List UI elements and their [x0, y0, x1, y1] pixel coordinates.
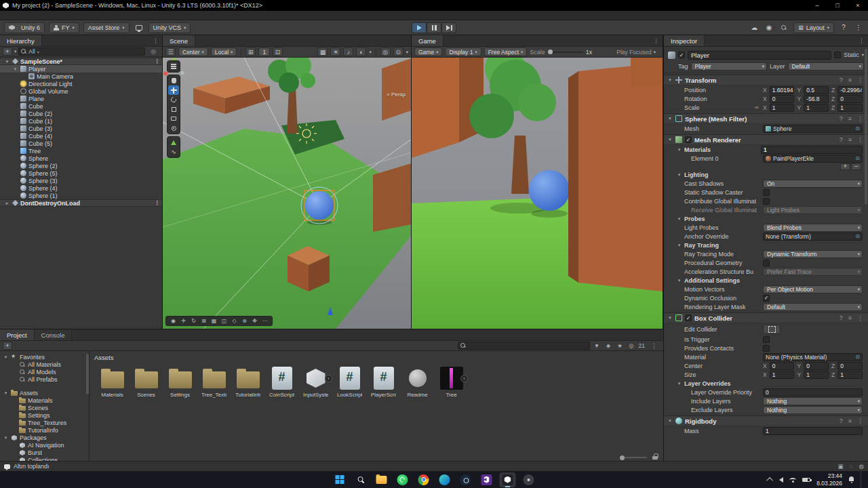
perspective-label[interactable]: < Persp	[387, 92, 406, 98]
hierarchy-row[interactable]: SampleScene* ⋮	[0, 58, 162, 65]
object-picker-icon[interactable]: ⊙	[855, 155, 860, 161]
center-x-field[interactable]: 0	[770, 362, 795, 370]
foldout-icon[interactable]: ▾	[667, 116, 673, 121]
project-tree-row[interactable]: Burst	[0, 449, 89, 456]
hierarchy-row[interactable]: Global Volume ⋮	[0, 87, 162, 95]
project-tree-row[interactable]: Packages	[0, 434, 89, 441]
file-explorer-icon[interactable]	[374, 472, 390, 487]
unity-app-icon[interactable]	[500, 472, 516, 487]
object-picker-icon[interactable]: ⊙	[855, 125, 860, 131]
help-icon[interactable]: ?	[838, 115, 844, 122]
motion-vectors-dropdown[interactable]: Per Object Motion	[763, 285, 863, 293]
whatsapp-icon[interactable]	[395, 472, 411, 487]
console-message-icon[interactable]	[4, 464, 10, 469]
asset-item[interactable]: › Readme	[405, 366, 430, 398]
help-icon[interactable]: ?	[838, 22, 849, 33]
ray-tracing-foldout[interactable]: ▾Ray Tracing	[664, 241, 868, 249]
close-button[interactable]: ×	[848, 0, 868, 11]
move-overlay-icon[interactable]: ✛	[179, 317, 188, 325]
ray-tracing-mode-dropdown[interactable]: Dynamic Transform	[763, 250, 863, 258]
hidden-icons-chevron[interactable]	[766, 477, 773, 484]
procedural-geometry-checkbox[interactable]	[763, 260, 770, 266]
rotation-z-field[interactable]: 0	[837, 95, 863, 103]
menu-item[interactable]	[18, 11, 26, 20]
taskbar-app-icon-1[interactable]	[458, 472, 474, 487]
box-collider-header[interactable]: ▾ Box Collider ? ≡ ⋮	[664, 312, 868, 323]
play-focused-dropdown[interactable]: Play Focused▾	[612, 47, 660, 56]
hierarchy-row[interactable]: Cube ⋮	[0, 102, 162, 110]
unity-vcs-dropdown[interactable]: Unity VCS ▾	[149, 22, 191, 33]
battery-icon[interactable]	[802, 478, 810, 482]
show-desktop-button[interactable]	[861, 471, 863, 488]
object-picker-icon[interactable]: ⊙	[855, 354, 860, 360]
asset-store-dropdown[interactable]: Asset Store ▾	[83, 22, 130, 33]
view-tool-icon[interactable]	[168, 76, 179, 85]
asset-item[interactable]: › InputSyste...	[303, 366, 328, 398]
remove-material-button[interactable]: −	[851, 163, 861, 170]
component-menu-icon[interactable]: ⋮	[856, 115, 865, 122]
contribute-gi-checkbox[interactable]	[763, 198, 770, 205]
layer-dropdown[interactable]: Default	[788, 62, 864, 70]
rect-tool-icon[interactable]	[168, 114, 179, 123]
create-object-caret-icon[interactable]: ▾	[14, 49, 16, 54]
orbit-overlay-icon[interactable]: ↻	[189, 317, 198, 325]
enabled-checkbox[interactable]	[685, 136, 692, 143]
taskbar-search-icon[interactable]	[353, 472, 369, 487]
hierarchy-row[interactable]: Tree ⋮	[0, 147, 162, 155]
layers-overlay-icon[interactable]: ◫	[220, 317, 229, 325]
hierarchy-row[interactable]: Plane ⋮	[0, 95, 162, 102]
search-icon[interactable]	[778, 22, 789, 33]
mesh-renderer-header[interactable]: ▾ Mesh Renderer ? ≡ ⋮	[664, 134, 868, 145]
create-asset-button[interactable]: +	[3, 342, 12, 350]
subasset-expander-icon[interactable]: ›	[460, 375, 468, 382]
edge-icon[interactable]	[437, 472, 453, 487]
menu-item[interactable]	[2, 11, 10, 20]
is-trigger-checkbox[interactable]	[763, 336, 770, 343]
additional-settings-foldout[interactable]: ▾Additional Settings	[664, 276, 868, 285]
bug-report-icon[interactable]: ◉	[764, 22, 774, 33]
mesh-object-field[interactable]: Sphere ⊙	[763, 125, 863, 133]
hierarchy-row[interactable]: Cube (5) ⋮	[0, 140, 162, 147]
menu-item[interactable]	[51, 11, 59, 20]
overflow-menu-icon[interactable]: ⋮	[853, 22, 864, 33]
volume-icon[interactable]	[779, 477, 783, 483]
project-tree-row[interactable]: All Materials	[0, 361, 89, 368]
status-message[interactable]: Altın toplandı	[14, 463, 50, 470]
component-menu-icon[interactable]: ⋮	[856, 418, 865, 424]
hidden-count-eye-icon[interactable]: ◎	[627, 342, 636, 350]
foldout-icon[interactable]	[3, 435, 9, 441]
layer-override-priority-field[interactable]: 0	[763, 388, 863, 396]
materials-count-field[interactable]: 1	[761, 146, 863, 154]
foldout-icon[interactable]	[3, 354, 9, 360]
grid-overlay-icon[interactable]: ▦	[210, 317, 218, 325]
help-icon[interactable]: ?	[838, 314, 844, 321]
scene-viewport[interactable]: < Persp ∿ ◉ ✛ ↻	[163, 58, 411, 329]
asset-item[interactable]: › Materials	[100, 366, 125, 398]
project-menu-icon[interactable]: ⋮	[648, 342, 660, 349]
tool-settings-icon[interactable]: ☰	[165, 47, 176, 56]
screen-capture-icon[interactable]	[134, 22, 144, 33]
aspect-dropdown[interactable]: Free Aspect▾	[484, 47, 528, 56]
asset-item[interactable]: › TutorialInfo	[235, 366, 260, 398]
taskbar-app-icon-2[interactable]	[521, 472, 537, 487]
presets-icon[interactable]: ≡	[847, 115, 853, 122]
move-tool-icon[interactable]	[168, 85, 179, 95]
tag-dropdown[interactable]: Player	[691, 62, 767, 70]
add-material-button[interactable]: +	[840, 163, 850, 170]
center-z-field[interactable]: 0	[837, 362, 863, 370]
account-dropdown[interactable]: FY ▾	[49, 22, 79, 33]
asset-item[interactable]: › PlayerScript	[371, 366, 396, 398]
inspector-scrollbar[interactable]	[865, 49, 867, 205]
gizmos-caret-icon[interactable]: ▾	[406, 49, 408, 55]
foldout-icon[interactable]	[12, 66, 18, 72]
hierarchy-row[interactable]: Cube (4) ⋮	[0, 132, 162, 140]
hierarchy-row[interactable]: Cube (3) ⋮	[0, 125, 162, 132]
scene-audio-icon[interactable]: ♪	[343, 47, 353, 56]
scale-z-field[interactable]: 1	[837, 104, 863, 112]
transform-header[interactable]: ▾ Transform ? ≡ ⋮	[664, 75, 868, 85]
foldout-icon[interactable]: ▾	[667, 315, 673, 321]
step-button[interactable]	[441, 22, 456, 33]
hierarchy-search-input[interactable]: All ▾	[18, 47, 145, 56]
menu-item[interactable]	[35, 11, 43, 20]
object-picker-icon[interactable]: ⊙	[855, 233, 860, 239]
